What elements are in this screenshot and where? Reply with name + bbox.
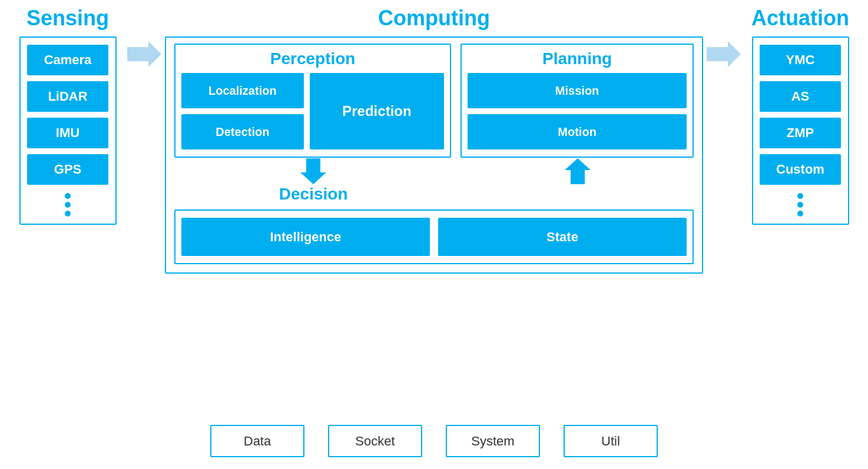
bottom-row: Data Socket System Util	[12, 414, 856, 463]
localization-item: Localization	[181, 73, 304, 108]
actuation-custom: Custom	[760, 154, 841, 185]
dot-act-3	[797, 211, 803, 217]
diagram-container: Sensing Camera LiDAR IMU GPS Computing	[0, 0, 868, 469]
svg-marker-2	[565, 158, 591, 184]
perception-inner: Localization Detection Prediction	[181, 73, 444, 149]
arrows-between	[174, 158, 694, 185]
arrow-up-icon	[565, 158, 591, 184]
right-arrow-icon	[127, 41, 161, 67]
planning-box: Planning Mission Motion	[460, 44, 694, 158]
sensing-column: Sensing Camera LiDAR IMU GPS	[12, 6, 124, 225]
actuation-title: Actuation	[751, 6, 849, 31]
top-row: Sensing Camera LiDAR IMU GPS Computing	[12, 6, 856, 414]
decision-title: Decision	[174, 185, 452, 204]
computing-title: Computing	[378, 6, 490, 31]
bottom-util: Util	[564, 425, 658, 457]
mission-item: Mission	[468, 73, 687, 108]
actuation-ymc: YMC	[760, 45, 841, 75]
actuation-column: Actuation YMC AS ZMP Custom	[744, 6, 856, 225]
actuation-zmp: ZMP	[760, 118, 841, 148]
dot-3	[65, 211, 71, 217]
intelligence-item: Intelligence	[181, 218, 430, 256]
detection-item: Detection	[181, 114, 304, 149]
arrow-up-container	[462, 158, 694, 184]
actuation-box: YMC AS ZMP Custom	[752, 36, 849, 225]
perception-left: Localization Detection	[181, 73, 304, 149]
perception-title: Perception	[181, 49, 444, 68]
dot-act-2	[797, 202, 803, 208]
dot-1	[65, 193, 71, 199]
perception-box: Perception Localization Detection Predic…	[174, 44, 451, 158]
planning-title: Planning	[468, 49, 687, 68]
arrow-computing-to-actuation	[703, 6, 744, 67]
sensor-lidar: LiDAR	[27, 81, 108, 112]
planning-inner: Mission Motion	[468, 73, 687, 149]
motion-item: Motion	[468, 114, 687, 149]
sensor-imu: IMU	[27, 118, 108, 148]
state-item: State	[438, 218, 687, 256]
sensing-title: Sensing	[26, 6, 109, 31]
sensing-box: Camera LiDAR IMU GPS	[19, 36, 117, 225]
arrow-down-container	[174, 158, 452, 184]
decision-box: Intelligence State	[174, 209, 694, 264]
arrow-down-icon	[300, 158, 326, 184]
svg-marker-3	[707, 41, 741, 67]
computing-main-box: Perception Localization Detection Predic…	[165, 36, 703, 274]
actuation-as: AS	[760, 81, 841, 112]
svg-marker-1	[300, 158, 326, 184]
bottom-system: System	[446, 425, 540, 457]
sensor-gps: GPS	[27, 154, 108, 185]
arrow-sensing-to-computing	[124, 6, 165, 67]
computing-column: Computing Perception Localization Detect…	[165, 6, 703, 274]
right-arrow-icon-2	[707, 41, 741, 67]
actuation-dots	[797, 193, 803, 217]
perception-planning-row: Perception Localization Detection Predic…	[174, 44, 694, 158]
prediction-item: Prediction	[310, 73, 444, 149]
dot-2	[65, 202, 71, 208]
bottom-socket: Socket	[328, 425, 422, 457]
svg-marker-0	[127, 41, 161, 67]
sensing-dots	[65, 193, 71, 217]
bottom-data: Data	[210, 425, 304, 457]
dot-act-1	[797, 193, 803, 199]
sensor-camera: Camera	[27, 45, 108, 75]
